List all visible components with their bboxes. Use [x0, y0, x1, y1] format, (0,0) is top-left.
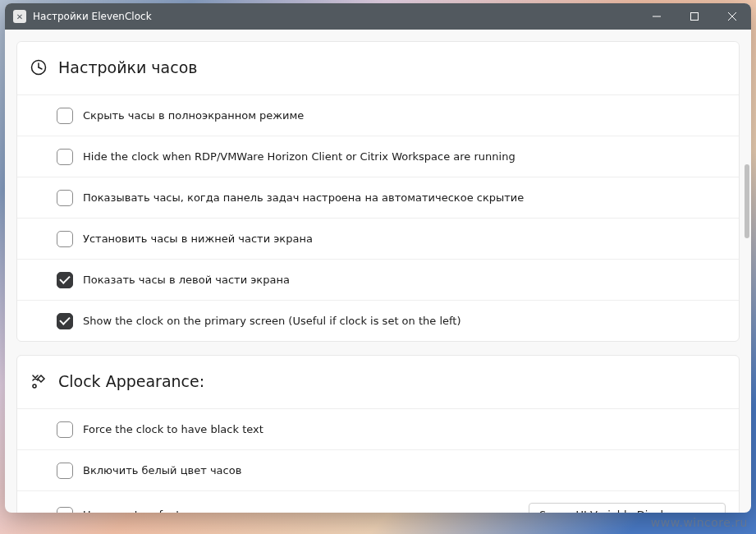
- setting-row: Включить белый цвет часов: [17, 449, 739, 490]
- window-controls: [638, 3, 751, 30]
- section-title: Настройки часов: [58, 58, 197, 76]
- content-area: Настройки часов Скрыть часы в полноэкран…: [5, 30, 751, 513]
- svg-line-6: [39, 67, 42, 69]
- checkbox-bottom-screen[interactable]: [57, 231, 73, 247]
- watermark: www.wincore.ru: [651, 516, 748, 529]
- checkbox-left-screen[interactable]: [57, 272, 73, 288]
- setting-row: Use a custom font Segoe UI Variable Disp…: [17, 490, 739, 513]
- setting-row: Показать часы в левой части экрана: [17, 259, 739, 300]
- section-clock-settings: Настройки часов Скрыть часы в полноэкран…: [16, 41, 740, 342]
- setting-label: Show the clock on the primary screen (Us…: [83, 315, 461, 327]
- setting-row: Установить часы в нижней части экрана: [17, 218, 739, 259]
- section-title: Clock Appearance:: [58, 372, 204, 390]
- setting-label: Установить часы в нижней части экрана: [83, 232, 313, 245]
- setting-label: Скрыть часы в полноэкранном режиме: [83, 109, 304, 122]
- scrollbar-track[interactable]: [745, 41, 749, 501]
- window-title: Настройки ElevenClock: [33, 11, 638, 22]
- design-icon: [30, 373, 47, 389]
- svg-rect-1: [691, 13, 699, 21]
- setting-label: Показать часы в левой части экрана: [83, 274, 290, 286]
- section-clock-appearance: Clock Appearance: Force the clock to hav…: [16, 355, 740, 513]
- checkbox-custom-font[interactable]: [57, 507, 73, 513]
- font-select[interactable]: Segoe UI Variable Display: [529, 503, 726, 513]
- checkbox-hide-fullscreen[interactable]: [57, 108, 73, 124]
- section-header: Clock Appearance:: [17, 356, 739, 408]
- checkbox-hide-rdp[interactable]: [57, 149, 73, 165]
- setting-label: Включить белый цвет часов: [83, 464, 241, 476]
- minimize-button[interactable]: [638, 3, 676, 30]
- checkbox-black-text[interactable]: [57, 421, 73, 438]
- checkbox-white-color[interactable]: [57, 463, 73, 479]
- maximize-button[interactable]: [676, 3, 713, 30]
- setting-row: Hide the clock when RDP/VMWare Horizon C…: [17, 136, 739, 177]
- app-window: ✕ Настройки ElevenClock Настройки часов: [5, 3, 751, 513]
- setting-row: Скрыть часы в полноэкранном режиме: [17, 94, 739, 136]
- section-header: Настройки часов: [17, 42, 739, 94]
- close-button[interactable]: [713, 3, 751, 30]
- setting-label: Показывать часы, когда панель задач наст…: [83, 191, 524, 204]
- scrollbar-thumb[interactable]: [745, 164, 749, 238]
- checkbox-primary-screen[interactable]: [57, 313, 73, 329]
- setting-label: Hide the clock when RDP/VMWare Horizon C…: [83, 150, 515, 163]
- setting-row: Показывать часы, когда панель задач наст…: [17, 177, 739, 218]
- checkbox-show-taskbar-autohide[interactable]: [57, 190, 73, 206]
- clock-icon: [30, 59, 47, 76]
- svg-point-7: [33, 384, 36, 388]
- titlebar: ✕ Настройки ElevenClock: [5, 3, 751, 30]
- setting-row: Show the clock on the primary screen (Us…: [17, 300, 739, 341]
- app-icon: ✕: [13, 10, 26, 23]
- setting-label: Force the clock to have black text: [83, 423, 263, 435]
- setting-row: Force the clock to have black text: [17, 408, 739, 449]
- setting-label: Use a custom font: [83, 509, 180, 513]
